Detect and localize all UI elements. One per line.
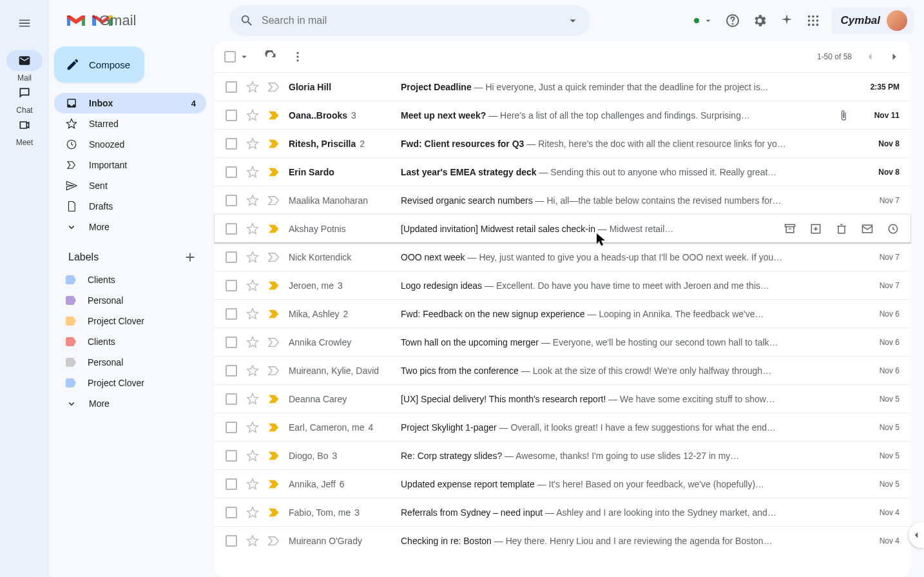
star-icon[interactable] [246, 449, 259, 462]
important-icon[interactable] [268, 422, 280, 433]
row-checkbox[interactable] [226, 223, 237, 235]
label-item[interactable]: Personal [54, 290, 206, 311]
search-bar[interactable] [229, 5, 590, 36]
row-checkbox[interactable] [226, 450, 237, 462]
rail-item-mail[interactable]: Mail [6, 50, 43, 83]
star-icon[interactable] [246, 81, 259, 93]
important-icon[interactable] [268, 394, 280, 404]
label-item[interactable]: Project Clover [54, 311, 206, 331]
important-icon[interactable] [268, 195, 280, 206]
select-dropdown-icon[interactable] [238, 51, 250, 63]
row-checkbox[interactable] [226, 195, 237, 206]
row-checkbox[interactable] [226, 251, 237, 263]
account-chip[interactable]: Cymbal [832, 8, 914, 34]
mail-row[interactable]: Gloria Hill Project Deadline — Hi everyo… [214, 72, 911, 101]
refresh-icon[interactable] [264, 50, 277, 63]
search-input[interactable] [262, 15, 558, 26]
labels-more[interactable]: More [54, 393, 206, 414]
star-icon[interactable] [246, 308, 259, 320]
snooze-icon[interactable] [887, 222, 900, 235]
row-checkbox[interactable] [226, 308, 237, 320]
row-checkbox[interactable] [226, 393, 237, 405]
row-checkbox[interactable] [226, 81, 237, 93]
label-item[interactable]: Clients [54, 331, 206, 352]
nav-item-starred[interactable]: Starred [54, 113, 206, 134]
nav-item-important[interactable]: Important [54, 155, 206, 175]
tune-icon[interactable] [566, 14, 580, 28]
mail-row[interactable]: Nick Kortendick OOO next week — Hey, jus… [214, 242, 911, 271]
row-checkbox[interactable] [226, 422, 237, 433]
label-item[interactable]: Project Clover [54, 373, 206, 393]
important-icon[interactable] [268, 451, 280, 461]
mail-row[interactable]: Ritesh, Priscilla 2 Fwd: Client resource… [214, 129, 911, 157]
important-icon[interactable] [268, 280, 280, 291]
mail-row[interactable]: Muireann, Kylie, David Two pics from the… [214, 356, 911, 384]
star-icon[interactable] [246, 222, 259, 235]
mail-row[interactable]: Mika, Ashley 2 Fwd: Feedback on the new … [214, 299, 911, 328]
add-label-icon[interactable] [183, 250, 197, 264]
gemini-icon[interactable] [779, 13, 794, 28]
important-icon[interactable] [268, 252, 280, 262]
select-all-checkbox[interactable] [224, 51, 236, 63]
compose-button[interactable]: Compose [54, 46, 144, 83]
status-indicator[interactable] [694, 15, 713, 26]
important-icon[interactable] [268, 507, 280, 518]
row-checkbox[interactable] [226, 535, 237, 547]
nav-item-more[interactable]: More [54, 217, 206, 237]
rail-item-meet[interactable]: Meet [6, 115, 43, 147]
important-icon[interactable] [268, 479, 280, 489]
important-icon[interactable] [268, 224, 280, 234]
mail-row[interactable]: Oana..Brooks 3 Meet up next week? — Here… [214, 101, 911, 129]
row-checkbox[interactable] [226, 507, 237, 518]
prev-page-icon[interactable] [863, 50, 876, 63]
star-icon[interactable] [246, 251, 259, 264]
mail-row[interactable]: Erin Sardo Last year's EMEA strategy dec… [214, 157, 911, 186]
label-item[interactable]: Personal [54, 352, 206, 373]
star-icon[interactable] [246, 109, 259, 122]
rail-item-chat[interactable]: Chat [6, 83, 43, 115]
nav-item-snoozed[interactable]: Snoozed [54, 134, 206, 155]
important-icon[interactable] [268, 139, 280, 149]
star-icon[interactable] [246, 364, 259, 377]
star-icon[interactable] [246, 137, 259, 150]
star-icon[interactable] [246, 421, 259, 434]
mail-row[interactable]: Annika, Jeff 6 Updated expense report te… [214, 469, 911, 498]
mail-row[interactable]: Diogo, Bo 3 Re: Corp strategy slides? — … [214, 441, 911, 469]
star-icon[interactable] [246, 534, 259, 547]
gmail-logo[interactable]: Gmail [59, 12, 224, 29]
next-page-icon[interactable] [888, 50, 901, 63]
mail-row[interactable]: Deanna Carey [UX] Special delivery! This… [214, 384, 911, 413]
important-icon[interactable] [268, 536, 280, 546]
label-item[interactable]: Clients [54, 269, 206, 290]
row-checkbox[interactable] [226, 478, 237, 490]
archive-icon[interactable] [784, 222, 796, 235]
mail-row[interactable]: Jeroen, me 3 Logo redesign ideas — Excel… [214, 271, 911, 299]
star-icon[interactable] [246, 336, 259, 349]
important-icon[interactable] [268, 110, 280, 121]
row-checkbox[interactable] [226, 280, 237, 291]
important-icon[interactable] [268, 309, 280, 319]
apps-icon[interactable] [806, 14, 820, 28]
row-checkbox[interactable] [226, 337, 237, 348]
star-icon[interactable] [246, 194, 259, 207]
mail-row[interactable]: Maalika Manoharan Revised organic search… [214, 186, 911, 214]
row-checkbox[interactable] [226, 365, 237, 377]
nav-item-drafts[interactable]: Drafts [54, 196, 206, 217]
star-icon[interactable] [246, 393, 259, 406]
mark-read-icon[interactable] [861, 222, 874, 235]
important-icon[interactable] [268, 167, 280, 177]
more-icon[interactable] [291, 50, 304, 63]
nav-item-sent[interactable]: Sent [54, 175, 206, 196]
delete-icon[interactable] [835, 222, 848, 235]
important-icon[interactable] [268, 366, 280, 376]
mail-row[interactable]: Earl, Cameron, me 4 Project Skylight 1-p… [214, 413, 911, 441]
important-icon[interactable] [268, 82, 280, 92]
star-icon[interactable] [246, 478, 259, 491]
move-to-inbox-icon[interactable] [809, 222, 822, 235]
row-checkbox[interactable] [226, 166, 237, 178]
main-menu-button[interactable] [9, 8, 40, 39]
mail-row[interactable]: Annika Crowley Town hall on the upcoming… [214, 328, 911, 356]
star-icon[interactable] [246, 506, 259, 519]
row-checkbox[interactable] [226, 138, 237, 150]
important-icon[interactable] [268, 337, 280, 347]
